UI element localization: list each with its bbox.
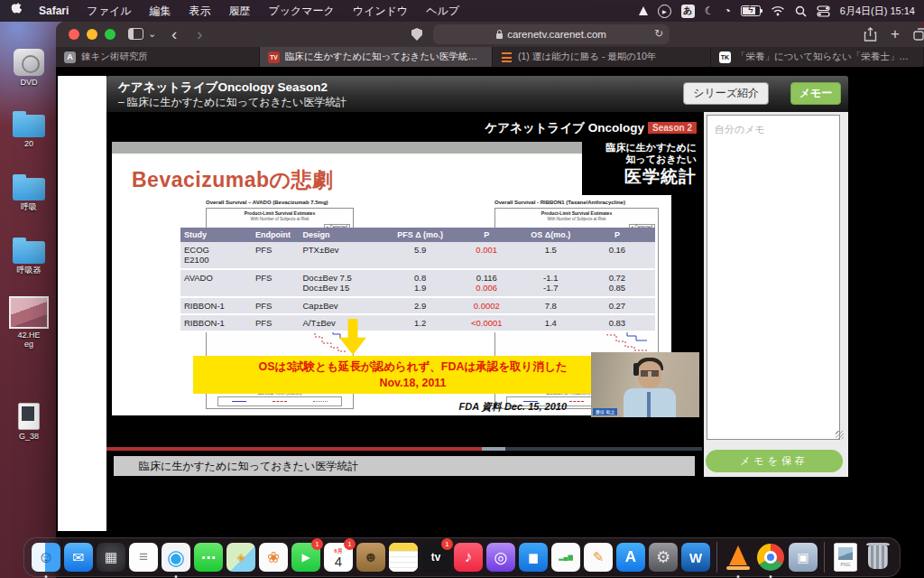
video-progress-bar[interactable]: [106, 447, 702, 451]
dock-item-photos[interactable]: ❀: [257, 539, 290, 575]
dock-item-png-file[interactable]: PNG: [829, 539, 862, 575]
table-header: Endpoint: [252, 228, 300, 242]
close-window-button[interactable]: [69, 29, 79, 40]
dock-item-podcasts[interactable]: ◎: [485, 539, 517, 575]
back-button[interactable]: ‹: [171, 22, 177, 47]
dock-item-pages[interactable]: ✎: [582, 539, 614, 575]
screenshare-icon: ▣: [789, 543, 818, 572]
menu-item-window[interactable]: ウインドウ: [344, 0, 417, 22]
dock-item-mail[interactable]: ✉: [62, 539, 95, 575]
dock-item-facetime[interactable]: ▶1: [290, 539, 322, 575]
share-icon[interactable]: [864, 27, 877, 46]
dock-item-contacts[interactable]: ☻: [355, 539, 387, 575]
table-cell: RIBBON-1: [180, 297, 252, 314]
clock-icon[interactable]: ◔: [725, 4, 731, 18]
menu-item-edit[interactable]: 編集: [140, 0, 180, 22]
menu-bar: Safari ファイル 編集 表示 履歴 ブックマーク ウインドウ ヘルプ ▶あ…: [0, 0, 924, 22]
table-cell: 0.81.9: [389, 269, 450, 297]
window-title-bar[interactable]: ⌄ ‹ › carenetv.carenet.com ↻ +: [56, 22, 924, 47]
minimize-window-button[interactable]: [87, 29, 97, 40]
tab-overview-icon[interactable]: [913, 28, 924, 44]
progress-played: [106, 447, 482, 451]
menu-item-view[interactable]: 表示: [180, 0, 219, 22]
textarea-resize-grip[interactable]: [836, 431, 844, 439]
browser-tab-2[interactable]: TV臨床に生かすために知っておきたい医学統計|ケアネットライブO…: [260, 47, 493, 67]
reload-icon[interactable]: ↻: [654, 27, 663, 40]
menu-clock[interactable]: 6月4日(日) 15:14: [840, 5, 915, 18]
dock-item-reminders[interactable]: ≡: [127, 539, 160, 575]
desktop-icon-dvd-app[interactable]: DVD: [2, 49, 56, 87]
search-icon[interactable]: [795, 4, 807, 18]
table-cell: Doc±Bev 7.5Doc±Bev 15: [299, 269, 389, 297]
dock-item-music[interactable]: ♪: [452, 539, 485, 575]
memo-input[interactable]: [707, 115, 840, 440]
dock-item-appletv[interactable]: tv1: [420, 539, 452, 575]
memo-toggle-button[interactable]: メモー: [790, 82, 841, 105]
browser-tab-4[interactable]: TK「栄養」について知らない「栄養士」が多すぎる 残念な栄養士が信…: [711, 47, 924, 67]
menu-item-file[interactable]: ファイル: [78, 0, 140, 22]
dock-item-safari[interactable]: ◉: [160, 539, 192, 575]
menu-item-help[interactable]: ヘルプ: [417, 0, 468, 22]
sidebar-toggle-icon[interactable]: [128, 28, 143, 40]
table-cell: 0.001: [451, 242, 522, 269]
dock-item-maps[interactable]: ◈: [225, 539, 257, 575]
reminders-icon: ≡: [129, 543, 158, 572]
control-center-icon[interactable]: [817, 4, 830, 18]
desktop-icon-folder-20[interactable]: 20: [2, 110, 56, 148]
table-cell: 1.4: [522, 314, 579, 331]
safari-window: ⌄ ‹ › carenetv.carenet.com ↻ + A錬キン術研究所T…: [56, 22, 924, 578]
desktop-icon-folder-kokyu[interactable]: 呼吸: [2, 173, 56, 211]
table-cell: AVADO: [180, 269, 252, 297]
glasses: [641, 370, 659, 377]
vlc-cone-icon[interactable]: [639, 4, 648, 18]
desktop-icon-label: 呼吸器: [2, 266, 56, 275]
dock-item-launchpad[interactable]: ▦: [95, 539, 127, 575]
dock-item-numbers[interactable]: ▂▄▆: [550, 539, 582, 575]
save-memo-button[interactable]: メモを保存: [706, 450, 843, 472]
dock: ☺✉▦≡◉⋯◈❀▶16月41☻tv1♪◎▆▂▄▆✎A⚙W▣PNG: [23, 537, 901, 577]
browser-tab-1[interactable]: A錬キン術研究所: [56, 47, 260, 67]
menu-item-history[interactable]: 履歴: [219, 0, 259, 22]
dock-item-messages[interactable]: ⋯: [192, 539, 225, 575]
battery-icon[interactable]: ϟ: [741, 4, 761, 18]
forward-button[interactable]: ›: [197, 22, 202, 47]
moon-icon[interactable]: ☾: [705, 4, 715, 18]
series-intro-button[interactable]: シリーズ紹介: [683, 82, 769, 105]
privacy-shield-icon[interactable]: [411, 28, 422, 41]
desktop-icon-file-g38[interactable]: G_38: [2, 403, 56, 441]
dock-item-appstore[interactable]: A: [614, 539, 647, 575]
dock-item-finder[interactable]: ☺: [30, 539, 62, 575]
dock-item-screenshare[interactable]: ▣: [787, 539, 819, 575]
zoom-window-button[interactable]: [105, 29, 116, 40]
dock-item-chrome[interactable]: [754, 539, 787, 575]
dock-item-word[interactable]: W: [679, 539, 712, 575]
menu-item-safari[interactable]: Safari: [30, 0, 78, 22]
safari-icon: ◉: [162, 543, 190, 572]
desktop-icon-image-42[interactable]: 42.HEeg: [2, 296, 56, 350]
page-header: ケアネットライブOncology Season2 – 臨床に生かすために知ってお…: [106, 76, 848, 112]
photos-icon: ❀: [259, 543, 288, 572]
menu-item-bookmarks[interactable]: ブックマーク: [259, 0, 343, 22]
wifi-icon[interactable]: [771, 4, 785, 18]
slide-source-citation: FDA 資料 Dec. 15, 2010: [459, 400, 567, 414]
new-tab-button[interactable]: +: [891, 22, 900, 47]
sidebar-chevron-icon[interactable]: ⌄: [148, 21, 156, 46]
input-source-icon[interactable]: あ: [681, 4, 695, 18]
dock-item-calendar[interactable]: 6月41: [322, 539, 355, 575]
folder-icon: [13, 241, 45, 264]
dock-item-keynote[interactable]: ▆: [517, 539, 550, 575]
desktop-icon-folder-kokyuki[interactable]: 呼吸器: [2, 237, 56, 275]
apple-menu-icon[interactable]: [0, 0, 30, 22]
dock-item-vlc[interactable]: [722, 539, 754, 575]
dock-item-settings[interactable]: ⚙: [647, 539, 679, 575]
address-bar[interactable]: carenetv.carenet.com ↻: [433, 24, 670, 44]
podcasts-icon: ◎: [486, 543, 515, 572]
table-cell: A/T±Bev: [299, 314, 389, 331]
play-circle-icon[interactable]: ▶: [658, 4, 671, 18]
video-player[interactable]: Bevacizumabの悲劇 Overall Survival – AVADO …: [106, 112, 702, 531]
keynote-icon: ▆: [519, 543, 548, 572]
table-cell: 0.83: [579, 314, 655, 331]
browser-tab-3[interactable]: (1) 運は能力に勝る - 最期の10年: [493, 47, 711, 67]
dock-item-notes[interactable]: [387, 539, 420, 575]
dock-item-trash[interactable]: [862, 539, 894, 575]
